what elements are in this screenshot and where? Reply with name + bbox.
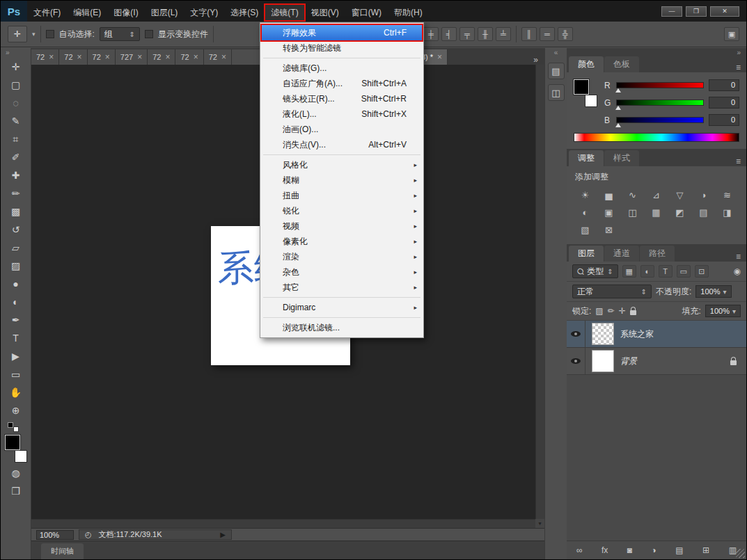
channel-mixer-icon[interactable]: ◫ xyxy=(624,205,640,220)
layer-row-background[interactable]: 背景 xyxy=(567,348,746,375)
pixel-layer-filter-icon[interactable]: ▦ xyxy=(622,265,636,278)
brush-tool[interactable]: ✏ xyxy=(5,184,27,202)
document-tab[interactable]: 72× xyxy=(31,49,59,65)
panel-background-swatch[interactable] xyxy=(585,95,597,107)
history-brush-tool[interactable]: ↺ xyxy=(5,221,27,239)
distribute-centers-icon[interactable]: ╬ xyxy=(558,27,573,41)
toolbar-collapse-icon[interactable]: » xyxy=(1,48,31,58)
layer-name[interactable]: 背景 xyxy=(620,355,637,367)
show-transform-checkbox[interactable] xyxy=(145,30,153,38)
shape-tool[interactable]: ▭ xyxy=(5,365,27,383)
blue-slider[interactable] xyxy=(616,117,704,123)
add-layer-mask-icon[interactable]: ◙ xyxy=(627,545,632,555)
vertical-scrollbar[interactable] xyxy=(535,65,544,519)
status-icon[interactable]: ◴ xyxy=(85,530,92,539)
blue-value-field[interactable]: 0 xyxy=(709,114,739,126)
menu-layer[interactable]: 图层(L) xyxy=(145,4,184,21)
layer-thumbnail[interactable] xyxy=(592,350,614,372)
filter-toggle-icon[interactable]: ◉ xyxy=(734,266,741,276)
document-tab[interactable]: 72× xyxy=(88,49,116,65)
tab-close-icon[interactable]: × xyxy=(105,52,110,62)
invert-icon[interactable]: ◩ xyxy=(672,205,688,220)
brightness-contrast-icon[interactable]: ☀ xyxy=(577,188,593,202)
layer-row-selected[interactable]: 系统之家 xyxy=(567,321,746,348)
foreground-color-swatch[interactable] xyxy=(5,435,20,450)
layer-name[interactable]: 系统之家 xyxy=(620,328,654,340)
lock-all-icon[interactable] xyxy=(630,310,636,315)
layer-thumbnail[interactable] xyxy=(592,323,614,345)
distribute-vertical-icon[interactable]: ║ xyxy=(521,27,537,41)
document-tab[interactable]: 727× xyxy=(116,49,148,65)
align-horizontal-centers-icon[interactable]: ╪ xyxy=(423,27,439,41)
type-tool[interactable]: T xyxy=(5,329,27,347)
tab-adjustments[interactable]: 调整 xyxy=(569,150,604,166)
current-tool-icon[interactable]: ✛ xyxy=(8,26,27,42)
green-value-field[interactable]: 0 xyxy=(709,97,739,109)
hue-saturation-icon[interactable]: ◑ xyxy=(695,188,711,202)
menu-view[interactable]: 视图(V) xyxy=(305,4,345,21)
document-tab[interactable]: 72× xyxy=(59,49,87,65)
blur-tool[interactable]: ● xyxy=(5,275,27,293)
lock-transparent-pixels-icon[interactable]: ▨ xyxy=(595,306,603,316)
opacity-field[interactable]: 100% ▾ xyxy=(695,285,731,298)
tab-layers[interactable]: 图层 xyxy=(569,246,604,262)
tool-preset-arrow-icon[interactable]: ▾ xyxy=(32,31,36,38)
menu-type[interactable]: 文字(Y) xyxy=(184,4,224,21)
color-balance-icon[interactable]: ≋ xyxy=(719,188,735,202)
menu-item-stylize[interactable]: 风格化▸ xyxy=(262,157,422,173)
scrollbar-corner[interactable]: ▾ xyxy=(535,519,544,528)
menu-item-liquify[interactable]: 液化(L)...Shift+Ctrl+X xyxy=(262,106,422,122)
menu-item-oil-paint[interactable]: 油画(O)... xyxy=(262,122,422,137)
slider-marker-icon[interactable] xyxy=(615,88,621,93)
menu-edit[interactable]: 编辑(E) xyxy=(67,4,107,21)
red-value-field[interactable]: 0 xyxy=(709,79,739,91)
curves-icon[interactable]: ∿ xyxy=(624,188,640,202)
ministrip-expand-icon[interactable]: « xyxy=(545,48,567,58)
eye-icon[interactable] xyxy=(571,331,581,337)
exposure-icon[interactable]: ⊿ xyxy=(648,188,664,202)
tab-close-icon[interactable]: × xyxy=(221,52,226,62)
healing-brush-tool[interactable]: ✚ xyxy=(5,166,27,184)
gradient-map-icon[interactable]: ▧ xyxy=(577,223,593,237)
color-spectrum-ramp[interactable] xyxy=(574,133,739,142)
eraser-tool[interactable]: ▱ xyxy=(5,239,27,257)
lock-position-icon[interactable]: ✛ xyxy=(619,306,626,316)
document-tab[interactable]: 72× xyxy=(204,49,232,65)
menu-item-sharpen[interactable]: 锐化▸ xyxy=(262,203,422,218)
menu-item-browse-filters-online[interactable]: 浏览联机滤镜... xyxy=(262,320,422,335)
new-layer-icon[interactable]: ⊞ xyxy=(702,545,709,555)
red-slider[interactable] xyxy=(616,82,704,88)
eye-icon[interactable] xyxy=(571,358,581,364)
slider-marker-icon[interactable] xyxy=(615,123,621,127)
menu-item-emboss[interactable]: 浮雕效果 Ctrl+F xyxy=(262,25,422,40)
visibility-cell[interactable] xyxy=(567,348,585,374)
menu-help[interactable]: 帮助(H) xyxy=(388,4,429,21)
menu-image[interactable]: 图像(I) xyxy=(107,4,144,21)
tab-close-icon[interactable]: × xyxy=(49,52,54,62)
panel-menu-icon[interactable]: ≡ xyxy=(730,252,746,262)
zoom-level[interactable]: 100% xyxy=(36,530,74,540)
tab-paths[interactable]: 路径 xyxy=(640,246,675,262)
menu-item-adaptive-wide-angle[interactable]: 自适应广角(A)...Shift+Ctrl+A xyxy=(262,76,422,91)
menu-item-vanishing-point[interactable]: 消失点(V)...Alt+Ctrl+V xyxy=(262,137,422,152)
background-color-swatch[interactable] xyxy=(15,450,27,463)
resize-grip[interactable] xyxy=(736,549,745,558)
tab-close-icon[interactable]: × xyxy=(194,52,198,62)
link-layers-icon[interactable]: ∞ xyxy=(576,545,583,555)
menu-select[interactable]: 选择(S) xyxy=(224,4,265,21)
menu-item-lens-correction[interactable]: 镜头校正(R)...Shift+Ctrl+R xyxy=(262,91,422,106)
align-bottom-edges-icon[interactable]: ╧ xyxy=(496,27,511,41)
histogram-panel-icon[interactable]: ▤ xyxy=(548,63,565,79)
layer-filter-dropdown[interactable]: Ϙ 类型 ⇕ xyxy=(572,264,618,278)
tab-close-icon[interactable]: × xyxy=(165,52,170,62)
tab-close-icon[interactable]: × xyxy=(437,52,442,62)
auto-select-checkbox[interactable] xyxy=(46,30,54,38)
type-layer-filter-icon[interactable]: T xyxy=(659,265,673,278)
menu-filter[interactable]: 滤镜(T) xyxy=(265,4,304,21)
visibility-cell[interactable] xyxy=(567,321,585,347)
vibrance-icon[interactable]: ▽ xyxy=(672,188,688,202)
blend-mode-dropdown[interactable]: 正常 ⇕ xyxy=(572,285,652,298)
restore-button[interactable]: ❐ xyxy=(686,6,707,17)
posterize-icon[interactable]: ▤ xyxy=(695,205,711,220)
tab-close-icon[interactable]: × xyxy=(77,52,82,62)
